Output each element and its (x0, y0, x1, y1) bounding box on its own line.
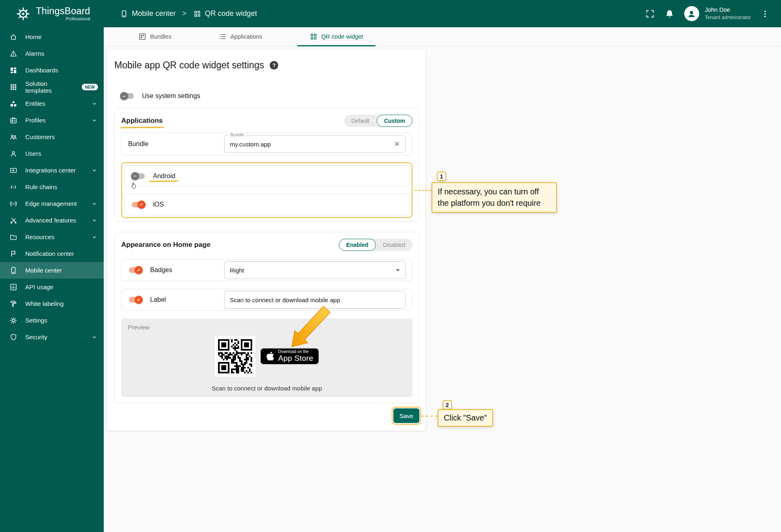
sidebar-item-white-labeling[interactable]: White labeling (0, 295, 104, 312)
fullscreen-icon[interactable] (645, 9, 655, 19)
user-icon (9, 150, 17, 158)
tab-bar: Bundles Applications QR code widget (104, 27, 781, 46)
help-icon[interactable] (270, 61, 278, 70)
sidebar-item-customers[interactable]: Customers (0, 129, 104, 145)
appearance-section-title: Appearance on Home page (121, 241, 210, 249)
sidebar-item-rule-chains[interactable]: Rule chains (0, 179, 104, 195)
ios-label: iOS (153, 201, 164, 208)
sidebar-item-home[interactable]: Home (0, 28, 104, 45)
user-info: John Doe Tenant administrator (705, 6, 751, 21)
chevron-down-icon (91, 200, 98, 207)
tab-applications[interactable]: Applications (206, 27, 274, 46)
segment-custom[interactable]: Custom (377, 115, 412, 127)
sidebar-item-solution-templates[interactable]: Solution templates NEW (0, 78, 104, 95)
bundles-icon (138, 33, 146, 41)
sidebar-item-entities[interactable]: Entities (0, 95, 104, 112)
annotation-step-2-number: 2 (443, 400, 452, 410)
breadcrumb-page[interactable]: QR code widget (193, 9, 257, 18)
segment-default[interactable]: Default (344, 115, 377, 127)
chevron-down-icon (91, 100, 98, 107)
sidebar-item-dashboards[interactable]: Dashboards (0, 62, 104, 78)
use-system-settings-toggle[interactable] (120, 92, 135, 100)
chevron-down-icon (91, 334, 98, 341)
segment-enabled[interactable]: Enabled (339, 239, 375, 251)
sidebar-item-settings[interactable]: Settings (0, 312, 104, 329)
badges-position-select[interactable]: Right (224, 261, 406, 279)
bundle-input[interactable]: Bundle my.custom.app (224, 135, 406, 153)
mobile-center-icon (9, 266, 17, 275)
avatar[interactable] (684, 6, 699, 21)
label-text-value: Scan to connect or download mobile app (230, 297, 400, 303)
sidebar-item-mobile-center[interactable]: Mobile center (0, 262, 104, 279)
sidebar-item-security[interactable]: Security (0, 329, 104, 345)
applications-section-title: Applications (121, 117, 163, 125)
badges-position-value: Right (230, 267, 396, 274)
preview-panel: Preview Download on the App Store Scan (121, 318, 412, 397)
brand-subtitle: Professional (65, 16, 90, 21)
breadcrumb: Mobile center > QR code widget (120, 9, 257, 18)
preview-caption: Scan to connect or download mobile app (121, 385, 412, 392)
sidebar-item-resources[interactable]: Resources (0, 229, 104, 245)
clear-icon[interactable] (394, 141, 400, 148)
bundle-field-label: Bundle (229, 132, 246, 137)
sidebar: Home Alarms Dashboards Solution template… (0, 27, 104, 532)
sidebar-item-notification-center[interactable]: Notification center (0, 245, 104, 262)
logo[interactable]: ThingsBoard Professional (0, 5, 104, 22)
new-badge: NEW (82, 84, 98, 90)
white-labeling-icon (9, 300, 17, 308)
save-button-highlight: Save (392, 407, 421, 425)
page-title: Mobile app QR code widget settings (114, 60, 264, 71)
customers-icon (9, 133, 17, 141)
kebab-menu-icon[interactable] (761, 9, 770, 18)
settings-card: Mobile app QR code widget settings Use s… (107, 50, 425, 431)
save-button[interactable]: Save (393, 408, 419, 423)
qr-code-preview (215, 336, 255, 377)
bundle-row: Bundle Bundle my.custom.app (121, 133, 412, 155)
tab-bundles[interactable]: Bundles (126, 27, 183, 46)
chevron-down-icon (91, 167, 98, 174)
applications-list-icon (218, 33, 227, 41)
label-row: Label Scan to connect or download mobile… (121, 289, 412, 311)
dropdown-caret-icon (396, 269, 400, 271)
user-name: John Doe (705, 6, 751, 14)
label-toggle[interactable] (128, 296, 143, 304)
edge-management-icon (9, 200, 17, 208)
dashboards-icon (9, 66, 17, 74)
sidebar-item-integrations-center[interactable]: Integrations center (0, 162, 104, 179)
entities-icon (9, 100, 17, 108)
segment-disabled[interactable]: Disabled (376, 239, 412, 251)
badges-row: Badges Right (121, 259, 412, 281)
solution-templates-icon (9, 83, 17, 91)
chevron-down-icon (91, 233, 98, 241)
android-toggle[interactable] (131, 172, 146, 180)
sidebar-item-edge-management[interactable]: Edge management (0, 195, 104, 212)
sidebar-item-api-usage[interactable]: API usage (0, 279, 104, 295)
cursor-hand-icon (130, 180, 138, 190)
use-system-settings-row: Use system settings (120, 92, 200, 100)
sidebar-item-profiles[interactable]: Profiles (0, 112, 104, 129)
appstore-line2: App Store (278, 354, 313, 363)
alarm-warning-icon (9, 50, 17, 58)
annotation-arrow (285, 303, 333, 351)
bundle-field-value: my.custom.app (230, 141, 394, 148)
sidebar-item-alarms[interactable]: Alarms (0, 45, 104, 62)
sidebar-item-users[interactable]: Users (0, 145, 104, 162)
qr-code-icon (193, 10, 201, 18)
appearance-section: Appearance on Home page Enabled Disabled… (114, 232, 419, 403)
mobile-center-icon (120, 10, 128, 18)
top-bar: ThingsBoard Professional Mobile center > (0, 0, 781, 27)
breadcrumb-section[interactable]: Mobile center (120, 9, 176, 18)
apple-logo-icon (266, 351, 275, 361)
badges-toggle[interactable] (128, 266, 143, 274)
gear-icon (9, 316, 17, 325)
notifications-bell-icon[interactable] (665, 9, 674, 19)
chevron-down-icon (91, 217, 98, 224)
preview-title: Preview (128, 324, 149, 331)
tab-qr-code-widget[interactable]: QR code widget (297, 27, 375, 46)
main-content: Bundles Applications QR code widget Mobi… (104, 27, 781, 532)
app-root: ThingsBoard Professional Mobile center > (0, 0, 781, 532)
label-label: Label (150, 296, 166, 303)
sidebar-item-advanced-features[interactable]: Advanced features (0, 212, 104, 229)
integrations-icon (9, 166, 17, 174)
ios-toggle[interactable] (131, 201, 146, 209)
